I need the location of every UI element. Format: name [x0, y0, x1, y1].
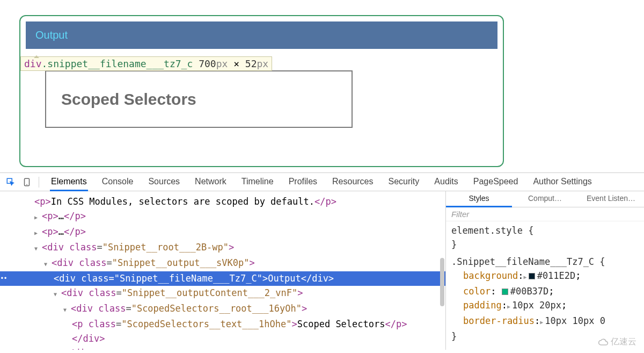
toolbar-separator	[39, 177, 39, 188]
tooltip-tag: div	[24, 58, 42, 69]
tab-resources[interactable]: Resources	[331, 174, 374, 191]
tooltip-unit-w: px	[216, 58, 228, 69]
dom-node-snippet-root[interactable]: <div class=Snippet__root___2B-wp>	[0, 240, 445, 256]
snippet-root: Output div.snippet__filename___tz7_c 700…	[19, 15, 504, 167]
cloud-icon	[598, 337, 609, 348]
scoped-selectors-title: Scoped Selectors	[61, 90, 196, 109]
css-rule-border-radius[interactable]: border-radius:▶10px 10px 0	[451, 314, 639, 329]
tooltip-class: .snippet__filename___tz7_c	[42, 58, 193, 69]
device-icon[interactable]	[20, 176, 33, 189]
css-rule-background[interactable]: background:▶#011E2D;	[451, 269, 639, 284]
element-style-selector[interactable]: element.style {	[451, 224, 639, 237]
dom-node-snippet-filename-selected[interactable]: <div class=Snippet__fileName___Tz7_C>Out…	[0, 271, 445, 286]
tab-network[interactable]: Network	[194, 174, 228, 191]
tab-audits[interactable]: Audits	[433, 174, 459, 191]
dom-node-p-collapsed[interactable]: <p>…</p>	[0, 209, 445, 225]
tab-console[interactable]: Console	[101, 174, 135, 191]
rule-selector[interactable]: .Snippet__fileName___Tz7_C {	[451, 255, 639, 269]
dom-close-div[interactable]: </div>	[0, 346, 445, 350]
tooltip-sep: ×	[228, 58, 245, 69]
chevron-down-icon[interactable]	[63, 301, 71, 317]
css-rule-color[interactable]: color: #00B37D;	[451, 284, 639, 298]
tab-author-settings[interactable]: Author Settings	[532, 174, 592, 191]
chevron-down-icon[interactable]	[34, 240, 42, 256]
dom-close-div[interactable]: </div>	[0, 332, 445, 346]
tab-sources[interactable]: Sources	[147, 174, 181, 191]
devtools-tabs: Elements Console Sources Network Timelin…	[45, 174, 593, 191]
tab-elements[interactable]: Elements	[50, 174, 88, 191]
dom-node-p-collapsed[interactable]: <p>…</p>	[0, 225, 445, 240]
tab-profiles[interactable]: Profiles	[288, 174, 318, 191]
expand-triangle-icon[interactable]: ▶	[524, 274, 527, 280]
tab-pagespeed[interactable]: PageSpeed	[472, 174, 519, 191]
watermark: 亿速云	[598, 336, 636, 348]
styles-filter[interactable]: Filter	[446, 207, 644, 221]
chevron-right-icon[interactable]	[34, 209, 42, 225]
inspect-tooltip: div.snippet__filename___tz7_c 700px × 52…	[20, 56, 272, 71]
tooltip-height: 52	[245, 58, 257, 69]
tab-security[interactable]: Security	[387, 174, 421, 191]
dom-node-scoped-text[interactable]: <p class=ScopedSelectors__text___1hOhe>S…	[0, 317, 445, 332]
side-tab-styles[interactable]: Styles	[446, 191, 512, 207]
scrollbar-thumb[interactable]	[440, 258, 444, 306]
scoped-selectors-box: Scoped Selectors	[45, 70, 353, 128]
expand-triangle-icon[interactable]: ▶	[507, 304, 510, 309]
dom-node-output-content[interactable]: <div class=Snippet__outputContent___2_vn…	[0, 286, 445, 301]
css-rule-padding[interactable]: padding:▶10px 20px;	[451, 298, 639, 314]
dom-node-snippet-output[interactable]: <div class=Snippet__output___sVK0p>	[0, 256, 445, 271]
chevron-right-icon[interactable]	[34, 225, 42, 240]
devtools: Elements Console Sources Network Timelin…	[0, 172, 644, 350]
dom-tree[interactable]: <p>In CSS Modules, selectors are scoped …	[0, 191, 445, 350]
side-tab-event-listeners[interactable]: Event Listen…	[578, 191, 644, 207]
tab-timeline[interactable]: Timeline	[240, 174, 275, 191]
side-tab-computed[interactable]: Comput…	[512, 191, 578, 207]
dom-node-p-text[interactable]: <p>In CSS Modules, selectors are scoped …	[0, 194, 445, 209]
tooltip-width: 700	[199, 58, 216, 69]
expand-triangle-icon[interactable]: ▶	[540, 319, 543, 325]
close-brace: }	[451, 237, 639, 251]
dom-node-scoped-root[interactable]: <div class=ScopedSelectors__root___16yOh…	[0, 301, 445, 317]
inspect-icon[interactable]	[4, 176, 17, 189]
tooltip-unit-h: px	[257, 58, 269, 69]
chevron-down-icon[interactable]	[44, 256, 52, 271]
devtools-panels: <p>In CSS Modules, selectors are scoped …	[0, 191, 644, 350]
devtools-toolbar: Elements Console Sources Network Timelin…	[0, 173, 644, 191]
styles-tabs: Styles Comput… Event Listen…	[446, 191, 644, 207]
snippet-filename-bar[interactable]: Output	[26, 21, 497, 49]
styles-rules[interactable]: element.style { } .Snippet__fileName___T…	[446, 221, 644, 350]
color-swatch[interactable]	[502, 289, 508, 295]
rendered-preview: Output div.snippet__filename___tz7_c 700…	[0, 0, 644, 172]
chevron-down-icon[interactable]	[54, 286, 61, 301]
color-swatch[interactable]	[529, 273, 535, 279]
styles-panel: Styles Comput… Event Listen… Filter elem…	[445, 191, 644, 350]
